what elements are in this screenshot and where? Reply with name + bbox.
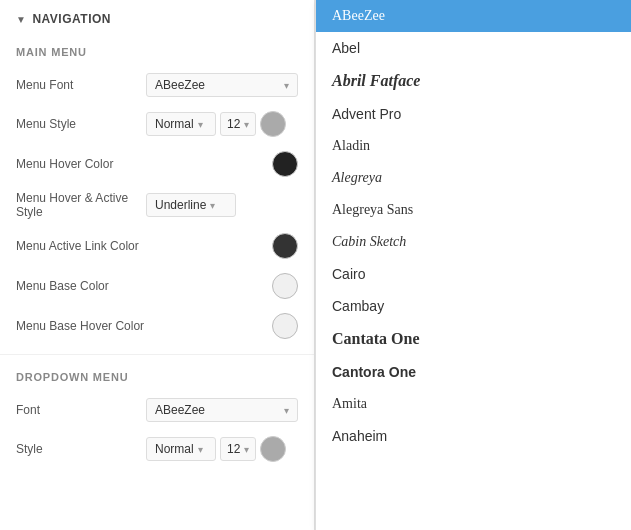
menu-style-color-swatch[interactable]: [260, 111, 286, 137]
dropdown-size-value: 12: [227, 442, 240, 456]
menu-base-hover-color-swatch[interactable]: [272, 313, 298, 339]
menu-base-color-control: [146, 273, 298, 299]
menu-font-arrow-icon: ▾: [284, 80, 289, 91]
menu-base-color-swatch[interactable]: [272, 273, 298, 299]
font-list-item[interactable]: Amita: [316, 388, 631, 420]
dropdown-font-value: ABeeZee: [155, 403, 205, 417]
menu-style-row: Menu Style Normal ▾ 12 ▾: [0, 104, 314, 144]
font-list-item[interactable]: Abel: [316, 32, 631, 64]
font-list-item[interactable]: Cantora One: [316, 356, 631, 388]
font-list-item[interactable]: Cantata One: [316, 322, 631, 356]
menu-size-arrow-icon: ▾: [244, 119, 249, 130]
menu-hover-active-style-value: Underline: [155, 198, 206, 212]
font-list-item[interactable]: Abril Fatface: [316, 64, 631, 98]
dropdown-style-select[interactable]: Normal ▾: [146, 437, 216, 461]
dropdown-font-row: Font ABeeZee ▾: [0, 391, 314, 429]
font-list-item[interactable]: Anaheim: [316, 420, 631, 452]
menu-font-control: ABeeZee ▾: [146, 73, 298, 97]
menu-size-select[interactable]: 12 ▾: [220, 112, 256, 136]
menu-style-arrow-icon: ▾: [198, 119, 203, 130]
divider: [0, 354, 314, 355]
menu-hover-color-label: Menu Hover Color: [16, 157, 146, 171]
font-list-item[interactable]: Cabin Sketch: [316, 226, 631, 258]
font-dropdown-panel: ABeeZeeAbelAbril FatfaceAdvent ProAladin…: [315, 0, 631, 530]
menu-font-row: Menu Font ABeeZee ▾: [0, 66, 314, 104]
menu-style-label: Menu Style: [16, 117, 146, 131]
font-list-item[interactable]: Cairo: [316, 258, 631, 290]
menu-active-link-color-control: [146, 233, 298, 259]
dropdown-size-select[interactable]: 12 ▾: [220, 437, 256, 461]
dropdown-font-control: ABeeZee ▾: [146, 398, 298, 422]
menu-hover-color-control: [146, 151, 298, 177]
font-list-item[interactable]: Alegreya: [316, 162, 631, 194]
nav-title: NAVIGATION: [32, 12, 111, 26]
main-menu-title: MAIN MENU: [0, 38, 314, 66]
menu-font-label: Menu Font: [16, 78, 146, 92]
menu-hover-color-swatch[interactable]: [272, 151, 298, 177]
dropdown-style-color-swatch[interactable]: [260, 436, 286, 462]
dropdown-style-control: Normal ▾ 12 ▾: [146, 436, 298, 462]
menu-active-link-color-row: Menu Active Link Color: [0, 226, 314, 266]
menu-active-link-color-swatch[interactable]: [272, 233, 298, 259]
menu-size-value: 12: [227, 117, 240, 131]
menu-font-value: ABeeZee: [155, 78, 205, 92]
dropdown-style-arrow-icon: ▾: [198, 444, 203, 455]
menu-hover-active-style-row: Menu Hover & Active Style Underline ▾: [0, 184, 314, 226]
dropdown-font-label: Font: [16, 403, 146, 417]
dropdown-font-select[interactable]: ABeeZee ▾: [146, 398, 298, 422]
dropdown-style-label: Style: [16, 442, 146, 456]
dropdown-size-arrow-icon: ▾: [244, 444, 249, 455]
nav-header: ▼ NAVIGATION: [0, 0, 314, 38]
dropdown-menu-title: DROPDOWN MENU: [0, 363, 314, 391]
menu-base-hover-color-label: Menu Base Hover Color: [16, 319, 146, 333]
menu-style-select[interactable]: Normal ▾: [146, 112, 216, 136]
dropdown-style-row: Style Normal ▾ 12 ▾: [0, 429, 314, 469]
font-list-item[interactable]: Advent Pro: [316, 98, 631, 130]
menu-hover-color-row: Menu Hover Color: [0, 144, 314, 184]
menu-style-control: Normal ▾ 12 ▾: [146, 111, 298, 137]
menu-hover-active-style-label: Menu Hover & Active Style: [16, 191, 146, 219]
font-list-item[interactable]: Cambay: [316, 290, 631, 322]
menu-hover-active-style-control: Underline ▾: [146, 193, 298, 217]
font-list-item[interactable]: Alegreya Sans: [316, 194, 631, 226]
dropdown-font-arrow-icon: ▾: [284, 405, 289, 416]
menu-font-select[interactable]: ABeeZee ▾: [146, 73, 298, 97]
menu-base-color-label: Menu Base Color: [16, 279, 146, 293]
menu-style-value: Normal: [155, 117, 194, 131]
left-panel: ▼ NAVIGATION MAIN MENU Menu Font ABeeZee…: [0, 0, 315, 530]
menu-hover-active-style-arrow-icon: ▾: [210, 200, 215, 211]
menu-base-hover-color-control: [146, 313, 298, 339]
menu-base-color-row: Menu Base Color: [0, 266, 314, 306]
font-list-item[interactable]: Aladin: [316, 130, 631, 162]
dropdown-style-value: Normal: [155, 442, 194, 456]
nav-arrow-icon: ▼: [16, 14, 26, 25]
menu-base-hover-color-row: Menu Base Hover Color: [0, 306, 314, 346]
menu-hover-active-style-select[interactable]: Underline ▾: [146, 193, 236, 217]
font-list-item[interactable]: ABeeZee: [316, 0, 631, 32]
menu-active-link-color-label: Menu Active Link Color: [16, 239, 146, 253]
